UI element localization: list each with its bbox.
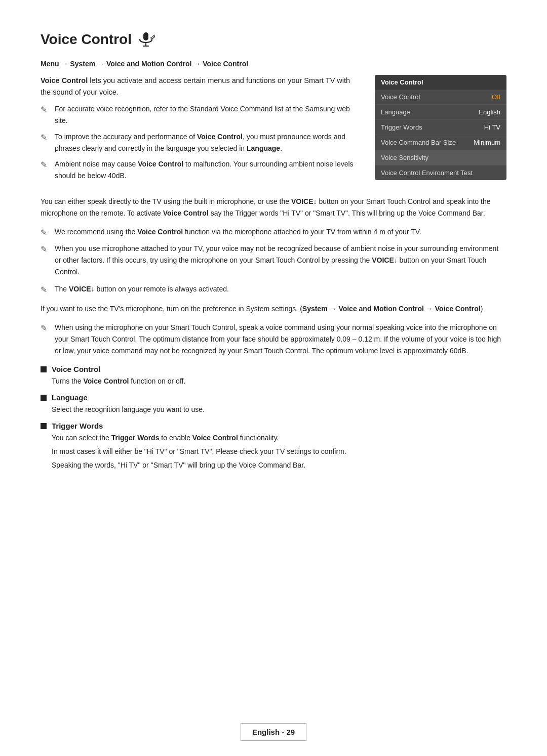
panel-value-command-bar-size: Minimum: [474, 139, 500, 146]
footer: English - 29: [0, 723, 547, 741]
menu-path: Menu → System → Voice and Motion Control…: [41, 60, 506, 68]
feature-title-voice-control: Voice Control: [52, 365, 100, 373]
body-bullets: We recommend using the Voice Control fun…: [41, 226, 506, 295]
body-bullet-3: The VOICE↓ button on your remote is alwa…: [41, 283, 506, 295]
panel-value-trigger-words: Hi TV: [484, 123, 500, 131]
panel-label-command-bar-size: Voice Command Bar Size: [381, 139, 456, 146]
feature-desc-language: Select the recognition language you want…: [41, 404, 506, 415]
panel-label-environment-test: Voice Control Environment Test: [381, 169, 473, 177]
panel-label-voice-control: Voice Control: [381, 93, 420, 101]
feature-trigger-words: Trigger Words You can select the Trigger…: [41, 422, 506, 471]
feature-voice-control: Voice Control Turns the Voice Control fu…: [41, 365, 506, 387]
panel-value-language: English: [479, 108, 500, 116]
bullet-square-language: [41, 395, 47, 401]
system-paragraph: If you want to use the TV's microphone, …: [41, 303, 506, 315]
intro-bullets: For accurate voice recognition, refer to…: [41, 103, 360, 182]
system-bullet-1: When using the microphone on your Smart …: [41, 322, 506, 357]
bullet-square-voice-control: [41, 366, 47, 372]
intro-bullet-1: For accurate voice recognition, refer to…: [41, 103, 360, 127]
intro-description: Voice Control lets you activate and acce…: [41, 75, 360, 98]
body-paragraph: You can either speak directly to the TV …: [41, 196, 506, 219]
feature-title-trigger-words: Trigger Words: [52, 422, 103, 430]
intro-bullet-2: To improve the accuracy and performance …: [41, 131, 360, 154]
feature-title-row-trigger-words: Trigger Words: [41, 422, 506, 430]
intro-bullet-3: Ambient noise may cause Voice Control to…: [41, 158, 360, 182]
system-bullets: When using the microphone on your Smart …: [41, 322, 506, 357]
voice-control-icon: [137, 30, 155, 49]
page-title: Voice Control: [41, 30, 506, 49]
footer-page-number: English - 29: [241, 723, 306, 741]
panel-label-language: Language: [381, 108, 410, 116]
panel-row-environment-test: Voice Control Environment Test: [375, 165, 506, 180]
title-text: Voice Control: [41, 31, 132, 48]
feature-title-row-language: Language: [41, 393, 506, 402]
panel-row-language: Language English: [375, 105, 506, 120]
feature-title-language: Language: [52, 393, 88, 402]
panel-row-command-bar-size: Voice Command Bar Size Minimum: [375, 135, 506, 150]
panel-label-trigger-words: Trigger Words: [381, 123, 422, 131]
panel-row-voice-control: Voice Control Off: [375, 90, 506, 105]
body-bullet-1: We recommend using the Voice Control fun…: [41, 226, 506, 238]
panel-row-voice-sensitivity: Voice Sensitivity: [375, 150, 506, 165]
panel-label-voice-sensitivity: Voice Sensitivity: [381, 154, 428, 161]
svg-rect-0: [143, 32, 148, 40]
body-bullet-2: When you use microphone attached to your…: [41, 243, 506, 278]
ui-panel-title: Voice Control: [375, 75, 506, 90]
bullet-square-trigger-words: [41, 423, 47, 429]
intro-section: Voice Control lets you activate and acce…: [41, 75, 506, 186]
panel-value-voice-control: Off: [492, 93, 500, 101]
panel-row-trigger-words: Trigger Words Hi TV: [375, 120, 506, 135]
feature-desc-voice-control: Turns the Voice Control function on or o…: [41, 375, 506, 387]
feature-desc-trigger-words-3: Speaking the words, "Hi TV" or "Smart TV…: [41, 459, 506, 471]
intro-text-block: Voice Control lets you activate and acce…: [41, 75, 360, 186]
feature-language: Language Select the recognition language…: [41, 393, 506, 415]
feature-title-row-voice-control: Voice Control: [41, 365, 506, 373]
ui-panel: Voice Control Voice Control Off Language…: [375, 75, 506, 180]
feature-desc-trigger-words-2: In most cases it will either be "Hi TV" …: [41, 446, 506, 457]
feature-desc-trigger-words-1: You can select the Trigger Words to enab…: [41, 432, 506, 444]
